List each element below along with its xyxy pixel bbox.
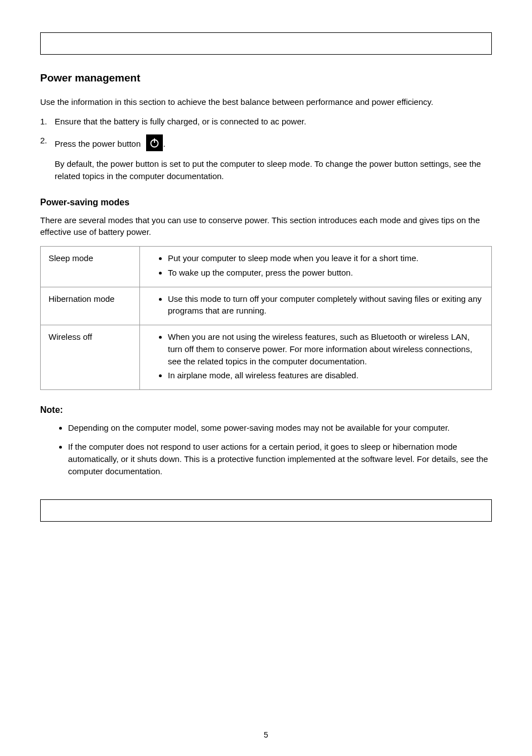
list-item: Depending on the computer model, some po…: [68, 422, 492, 434]
step-1-text: Ensure that the battery is fully charged…: [55, 115, 492, 128]
table-row: Hibernation mode Use this mode to turn o…: [41, 287, 492, 325]
step-2-text: Press the power button .: [55, 134, 492, 151]
power-icon: [146, 134, 163, 151]
modes-table: Sleep mode Put your computer to sleep mo…: [40, 246, 492, 390]
list-item: In airplane mode, all wireless features …: [168, 369, 486, 382]
notes-list: Depending on the computer model, some po…: [40, 422, 492, 477]
step-2-label: Press the power button: [55, 139, 143, 148]
list-item: When you are not using the wireless feat…: [168, 331, 486, 367]
modes-intro: There are several modes that you can use…: [40, 214, 492, 239]
list-item: To wake up the computer, press the power…: [168, 267, 486, 279]
mode-description: Use this mode to turn off your computer …: [140, 287, 492, 325]
mode-description: Put your computer to sleep mode when you…: [140, 247, 492, 287]
mode-label: Sleep mode: [41, 247, 140, 287]
list-item: If the computer does not respond to user…: [68, 441, 492, 477]
mode-label: Wireless off: [41, 325, 140, 390]
step-2: 2. Press the power button .: [40, 134, 492, 151]
step-2-tail: .: [163, 139, 165, 148]
mode-label: Hibernation mode: [41, 287, 140, 325]
section-heading-note: Note:: [40, 403, 492, 416]
table-row: Wireless off When you are not using the …: [41, 325, 492, 390]
step-1: 1. Ensure that the battery is fully char…: [40, 115, 492, 128]
mode-description: When you are not using the wireless feat…: [140, 325, 492, 390]
table-row: Sleep mode Put your computer to sleep mo…: [41, 247, 492, 287]
page-number: 5: [0, 729, 532, 740]
section-heading-modes: Power-saving modes: [40, 196, 492, 209]
intro-paragraph: Use the information in this section to a…: [40, 96, 492, 108]
step-1-number: 1.: [40, 115, 55, 128]
list-item: Put your computer to sleep mode when you…: [168, 252, 486, 264]
step-2-indent: By default, the power button is set to p…: [55, 158, 492, 182]
step-2-number: 2.: [40, 134, 55, 151]
page-heading: Power management: [40, 70, 492, 86]
list-item: Use this mode to turn off your computer …: [168, 293, 486, 317]
bottom-banner: [40, 499, 492, 522]
top-banner: [40, 32, 492, 55]
